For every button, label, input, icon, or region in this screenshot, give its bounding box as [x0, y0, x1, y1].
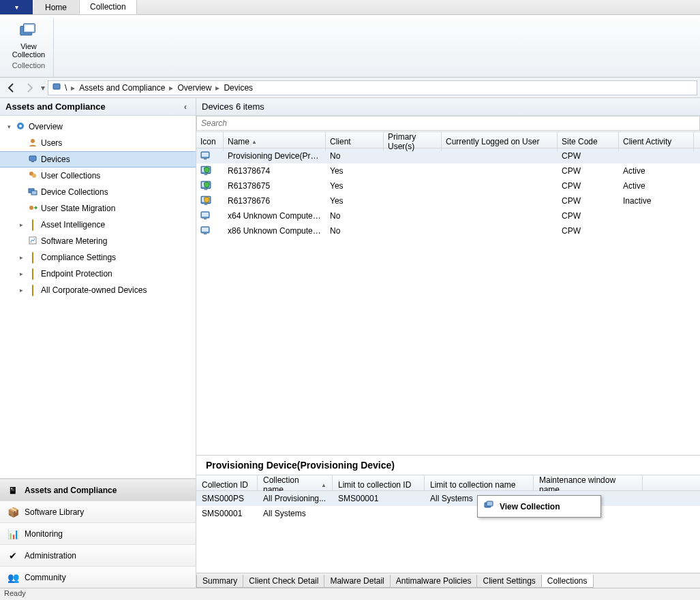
- table-row[interactable]: SMS000PSAll Provisioning...SMS00001All S…: [196, 491, 700, 506]
- breadcrumb-item-1[interactable]: Overview: [177, 83, 211, 93]
- sidebar-item-asset-intelligence[interactable]: ▸Asset Intelligence: [0, 217, 196, 233]
- sidebar-item-all-corporate-owned-devices[interactable]: ▸All Corporate-owned Devices: [0, 282, 196, 298]
- breadcrumb-root[interactable]: \: [65, 83, 67, 93]
- sidebar-item-label: Software Metering: [41, 236, 107, 246]
- sidebar-item-user-state-migration[interactable]: User State Migration: [0, 200, 196, 217]
- tab-collection-label: Collection: [90, 2, 126, 12]
- workspace-assets-and-compliance[interactable]: 🖥Assets and Compliance: [0, 479, 196, 501]
- nav-back-button[interactable]: [3, 80, 19, 96]
- sidebar-item-endpoint-protection[interactable]: ▸Endpoint Protection: [0, 266, 196, 282]
- svg-rect-34: [487, 501, 493, 506]
- workspace-community[interactable]: 👥Community: [0, 566, 196, 588]
- workspace-label: Community: [25, 573, 66, 582]
- table-row[interactable]: x64 Unknown Computer...NoCPW: [196, 208, 700, 223]
- cell-site: CPW: [558, 211, 619, 221]
- cell-site: CPW: [558, 181, 619, 191]
- sidebar-collapse-button[interactable]: ‹: [181, 101, 190, 112]
- cell-collection-id: SMS000PS: [196, 494, 258, 503]
- workspace-software-library[interactable]: 📦Software Library: [0, 501, 196, 522]
- cell-name: R61378675: [224, 181, 326, 191]
- col-client[interactable]: Client: [326, 132, 384, 151]
- sidebar-item-user-collections[interactable]: User Collections: [0, 168, 196, 184]
- search-row: [196, 116, 700, 132]
- svg-rect-7: [29, 156, 36, 161]
- cell-activity: Active: [619, 181, 694, 191]
- workspace-icon: 📊: [7, 528, 19, 539]
- folder-icon: [27, 269, 38, 279]
- sidebar-item-software-metering[interactable]: Software Metering: [0, 233, 196, 249]
- cell-name: R61378676: [224, 196, 326, 206]
- cell-site: CPW: [558, 226, 619, 236]
- col-client-activity[interactable]: Client Activity: [619, 132, 694, 151]
- table-row[interactable]: R61378674YesCPWActive: [196, 163, 700, 178]
- cell-icon: [196, 180, 224, 193]
- ribbon-body: View Collection Collection: [0, 15, 700, 78]
- tab-collections[interactable]: Collections: [541, 575, 594, 588]
- overview-icon: [15, 121, 26, 133]
- cell-name: Provisioning Device(Pro...: [224, 151, 326, 161]
- ribbon-group-label: Collection: [12, 61, 45, 69]
- tab-client-check-detail[interactable]: Client Check Detail: [243, 575, 324, 588]
- col-logged-on-user[interactable]: Currently Logged on User: [442, 132, 558, 151]
- context-menu: View Collection: [477, 495, 601, 518]
- workspace-monitoring[interactable]: 📊Monitoring: [0, 522, 196, 544]
- sidebar-item-compliance-settings[interactable]: ▸Compliance Settings: [0, 249, 196, 266]
- sidebar-item-label: Devices: [41, 155, 70, 164]
- migration-icon: [27, 203, 38, 215]
- tab-summary[interactable]: Summary: [196, 575, 243, 588]
- svg-rect-16: [202, 153, 209, 157]
- tab-home[interactable]: Home: [34, 0, 78, 14]
- folder-icon: [27, 220, 38, 230]
- col-site-code[interactable]: Site Code: [558, 132, 619, 151]
- workspace-icon: 🖥: [7, 485, 19, 496]
- expand-icon: ▾: [5, 123, 12, 130]
- cell-activity: Inactive: [619, 196, 694, 206]
- nav-tree: ▾OverviewUsersDevicesUser CollectionsDev…: [0, 116, 196, 478]
- svg-point-5: [19, 125, 22, 127]
- status-label: Ready: [4, 589, 26, 597]
- folder-icon: [27, 285, 38, 296]
- detail-body: SMS000PSAll Provisioning...SMS00001All S…: [196, 491, 700, 573]
- col-name[interactable]: Name▲: [224, 132, 326, 151]
- sidebar-item-devices[interactable]: Devices: [0, 151, 196, 168]
- tab-antimalware-policies[interactable]: Antimalware Policies: [390, 575, 478, 588]
- tab-client-settings[interactable]: Client Settings: [476, 575, 541, 588]
- table-row[interactable]: R61378675YesCPWActive: [196, 178, 700, 193]
- sidebar-item-users[interactable]: Users: [0, 135, 196, 151]
- sidebar-item-overview[interactable]: ▾Overview: [0, 119, 196, 135]
- view-collection-label: View Collection: [12, 42, 45, 59]
- col-icon[interactable]: Icon: [196, 132, 224, 151]
- cell-collection-name: All Provisioning...: [258, 494, 333, 503]
- view-collection-button[interactable]: View Collection: [8, 19, 49, 60]
- sidebar-item-label: Users: [41, 138, 62, 148]
- workspace-switcher: 🖥Assets and Compliance📦Software Library📊…: [0, 478, 196, 588]
- table-row[interactable]: x86 Unknown Computer...NoCPW: [196, 223, 700, 238]
- cell-icon: [196, 225, 224, 237]
- svg-rect-12: [31, 191, 37, 195]
- breadcrumb[interactable]: \ ▸ Assets and Compliance ▸ Overview ▸ D…: [48, 80, 697, 95]
- table-row[interactable]: SMS00001All Systems: [196, 506, 700, 521]
- file-menu-button[interactable]: ▾: [0, 0, 33, 14]
- user-icon: [27, 138, 38, 149]
- col-primary-user[interactable]: Primary User(s): [384, 132, 442, 151]
- expand-icon: ▸: [18, 254, 25, 261]
- workspace-icon: 📦: [7, 507, 19, 518]
- workspace-label: Monitoring: [25, 529, 63, 539]
- breadcrumb-item-0[interactable]: Assets and Compliance: [79, 83, 165, 93]
- search-input[interactable]: [196, 116, 700, 131]
- svg-rect-2: [25, 25, 33, 31]
- context-view-collection[interactable]: View Collection: [479, 497, 599, 516]
- svg-point-10: [32, 174, 36, 178]
- sidebar: Assets and Compliance ‹ ▾OverviewUsersDe…: [0, 98, 196, 588]
- nav-forward-button[interactable]: [22, 80, 38, 96]
- tab-malware-detail[interactable]: Malware Detail: [324, 575, 390, 588]
- sidebar-item-device-collections[interactable]: Device Collections: [0, 184, 196, 200]
- cell-client: Yes: [326, 166, 384, 176]
- sidebar-item-label: Compliance Settings: [41, 253, 116, 262]
- breadcrumb-item-2[interactable]: Devices: [224, 83, 253, 93]
- cell-site: CPW: [558, 166, 619, 176]
- tab-collection[interactable]: Collection: [79, 0, 137, 14]
- table-row[interactable]: R61378676YesCPWInactive: [196, 193, 700, 208]
- nav-bar: ▾ \ ▸ Assets and Compliance ▸ Overview ▸…: [0, 78, 700, 98]
- workspace-administration[interactable]: ✔Administration: [0, 544, 196, 566]
